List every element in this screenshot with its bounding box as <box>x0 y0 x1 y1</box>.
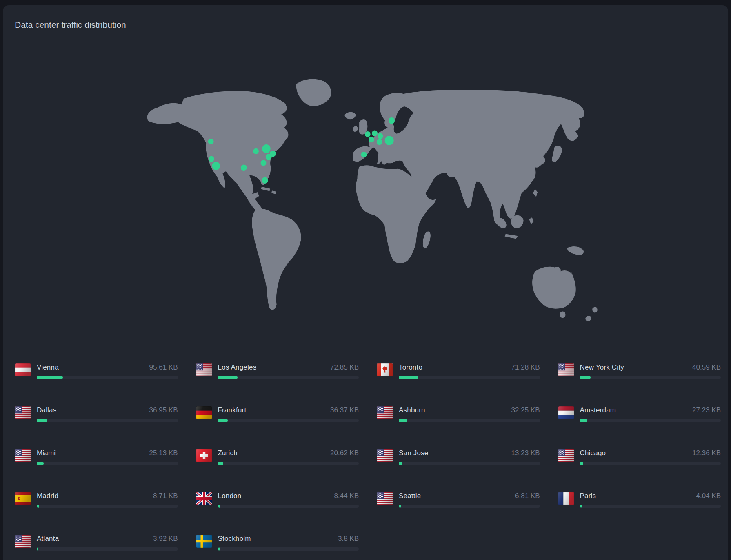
flag-sweden-icon <box>196 535 212 548</box>
datacenter-value: 6.81 KB <box>515 492 540 500</box>
datacenter-value: 95.61 KB <box>149 363 178 372</box>
datacenter-city: Seattle <box>399 492 421 500</box>
datacenter-value: 71.28 KB <box>511 363 540 372</box>
traffic-distribution-card: Data center traffic distribution <box>3 5 728 560</box>
datacenter-meta: New York City40.59 KB <box>580 363 721 379</box>
datacenter-city: New York City <box>580 363 624 372</box>
flag-switzerland-icon <box>196 449 212 462</box>
traffic-progress-bar <box>218 419 359 422</box>
datacenter-toprow: Vienna95.61 KB <box>37 363 178 372</box>
datacenter-marker[interactable] <box>212 162 220 170</box>
datacenter-city: Amsterdam <box>580 406 616 414</box>
traffic-progress-bar <box>37 505 178 508</box>
traffic-progress-fill <box>580 462 583 465</box>
datacenter-marker[interactable] <box>266 154 272 160</box>
page-title: Data center traffic distribution <box>15 19 718 31</box>
datacenter-city: Dallas <box>37 406 56 414</box>
datacenter-meta: Paris4.04 KB <box>580 491 721 508</box>
traffic-progress-bar <box>399 419 540 422</box>
datacenter-city: Miami <box>37 449 56 457</box>
datacenter-row: Paris4.04 KB <box>558 491 721 509</box>
datacenter-toprow: Miami25.13 KB <box>37 449 178 457</box>
datacenter-marker[interactable] <box>361 152 367 157</box>
datacenter-value: 25.13 KB <box>149 449 178 457</box>
datacenter-value: 3.8 KB <box>338 535 359 543</box>
datacenter-marker[interactable] <box>389 117 395 124</box>
datacenter-meta: Seattle6.81 KB <box>399 491 540 508</box>
traffic-progress-fill <box>580 376 591 379</box>
datacenter-row: Stockholm3.8 KB <box>196 534 359 551</box>
traffic-progress-bar <box>399 376 540 379</box>
datacenter-toprow: Madrid8.71 KB <box>37 492 178 500</box>
datacenter-row: New York City40.59 KB <box>558 363 721 380</box>
datacenter-value: 27.23 KB <box>692 406 721 414</box>
datacenter-toprow: New York City40.59 KB <box>580 363 721 372</box>
datacenter-marker[interactable] <box>262 177 268 184</box>
flag-usa-icon <box>15 449 31 462</box>
datacenter-toprow: Stockholm3.8 KB <box>218 535 359 543</box>
traffic-progress-bar <box>399 505 540 508</box>
traffic-progress-fill <box>37 462 44 465</box>
traffic-progress-bar <box>218 462 359 465</box>
datacenter-toprow: Chicago12.36 KB <box>580 449 721 457</box>
traffic-progress-fill <box>218 419 228 422</box>
datacenter-meta: Stockholm3.8 KB <box>218 534 359 551</box>
island-sumatra <box>496 218 507 228</box>
datacenter-marker[interactable] <box>208 139 214 144</box>
datacenter-meta: London8.44 KB <box>218 491 359 508</box>
datacenter-row: Vienna95.61 KB <box>15 363 178 380</box>
datacenter-marker[interactable] <box>241 165 247 171</box>
datacenter-city: Vienna <box>37 363 59 372</box>
datacenter-city: Stockholm <box>218 535 251 543</box>
datacenter-row: Atlanta3.92 KB <box>15 534 178 551</box>
datacenter-marker[interactable] <box>261 160 267 166</box>
datacenter-marker[interactable] <box>372 131 378 136</box>
flag-germany-icon <box>196 406 212 419</box>
datacenter-marker[interactable] <box>209 156 214 162</box>
traffic-progress-fill <box>399 376 418 379</box>
continent-greenland <box>296 79 331 106</box>
datacenter-marker[interactable] <box>365 131 371 137</box>
datacenter-value: 13.23 KB <box>511 449 540 457</box>
datacenter-city: Ashburn <box>399 406 425 414</box>
traffic-progress-fill <box>37 419 47 422</box>
datacenter-marker[interactable] <box>369 137 374 142</box>
datacenter-marker[interactable] <box>377 139 382 145</box>
datacenter-toprow: London8.44 KB <box>218 492 359 500</box>
datacenter-row: Ashburn32.25 KB <box>377 406 540 423</box>
island-cuba <box>261 187 270 191</box>
traffic-progress-fill <box>218 547 220 551</box>
datacenter-city: Madrid <box>37 492 58 500</box>
datacenter-meta: Amsterdam27.23 KB <box>580 406 721 422</box>
traffic-progress-fill <box>37 376 63 379</box>
datacenter-city: Paris <box>580 492 596 500</box>
datacenter-toprow: Amsterdam27.23 KB <box>580 406 721 414</box>
traffic-progress-bar <box>580 462 721 465</box>
continent-south-america <box>252 209 301 310</box>
island-new-zealand-south <box>585 316 591 321</box>
datacenter-meta: Toronto71.28 KB <box>399 363 540 379</box>
datacenter-value: 8.44 KB <box>334 492 359 500</box>
traffic-progress-bar <box>37 419 178 422</box>
datacenter-meta: Vienna95.61 KB <box>37 363 178 379</box>
traffic-progress-fill <box>218 376 238 379</box>
traffic-progress-bar <box>218 547 359 551</box>
datacenter-row: Madrid8.71 KB <box>15 491 178 509</box>
datacenter-marker[interactable] <box>378 133 383 139</box>
datacenter-meta: Madrid8.71 KB <box>37 491 178 508</box>
datacenter-marker[interactable] <box>385 136 394 145</box>
traffic-progress-fill <box>218 462 224 465</box>
datacenter-row: Chicago12.36 KB <box>558 449 721 466</box>
island-madagascar <box>423 232 431 249</box>
datacenter-meta: Dallas36.95 KB <box>37 406 178 422</box>
datacenter-row: Los Angeles72.85 KB <box>196 363 359 380</box>
datacenter-row: San Jose13.23 KB <box>377 449 540 466</box>
island-java <box>505 234 518 239</box>
datacenter-row: Toronto71.28 KB <box>377 363 540 380</box>
island-tasmania <box>560 312 565 318</box>
datacenter-marker[interactable] <box>262 144 271 153</box>
flag-usa-icon <box>196 363 212 376</box>
datacenter-marker[interactable] <box>253 148 259 154</box>
world-map <box>137 73 606 326</box>
traffic-progress-fill <box>37 505 39 508</box>
